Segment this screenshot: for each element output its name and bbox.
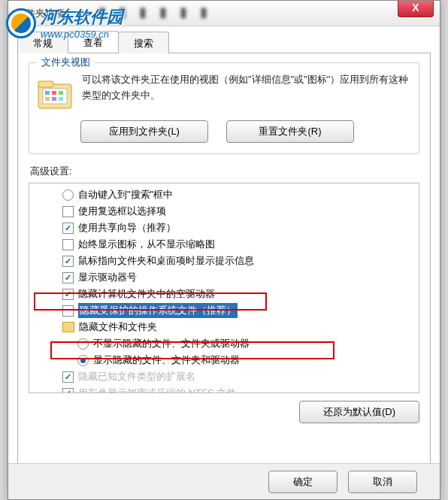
folder-options-dialog: 文件夹选项 ▮ ▮ ▮ ▮ ▮ ▮ X 常规 查看 搜索 文件夹视图 xyxy=(8,0,440,500)
adv-item-12[interactable]: 用彩色显示加密或压缩的 NTFS 文件 xyxy=(31,385,417,393)
cancel-button[interactable]: 取消 xyxy=(348,471,417,493)
apply-to-folders-button[interactable]: 应用到文件夹(L) xyxy=(80,120,208,143)
adv-item-label: 显示隐藏的文件、文件夹和驱动器 xyxy=(93,353,240,368)
view-panel: 文件夹视图 xyxy=(17,53,431,474)
titlebar: 文件夹选项 ▮ ▮ ▮ ▮ ▮ ▮ X xyxy=(8,1,440,26)
close-icon: X xyxy=(412,2,419,14)
folder-view-group: 文件夹视图 xyxy=(29,62,419,154)
checkbox-control[interactable] xyxy=(62,272,74,283)
adv-item-label: 鼠标指向文件夹和桌面项时显示提示信息 xyxy=(78,253,254,268)
adv-item-label: 隐藏受保护的操作系统文件（推荐） xyxy=(78,303,238,318)
folder-view-description: 可以将该文件夹正在使用的视图（例如"详细信息"或"图标"）应用到所有这种类型的文… xyxy=(82,72,411,110)
blurred-background: ▮ ▮ ▮ ▮ ▮ ▮ xyxy=(98,4,354,23)
adv-item-label: 隐藏计算机文件夹中的空驱动器 xyxy=(78,286,215,302)
adv-item-4[interactable]: 鼠标指向文件夹和桌面项时显示提示信息 xyxy=(31,253,417,269)
adv-item-label: 自动键入到"搜索"框中 xyxy=(78,187,173,202)
adv-item-label: 使用共享向导（推荐） xyxy=(78,220,176,235)
svg-rect-5 xyxy=(59,91,63,95)
adv-item-5[interactable]: 显示驱动器号 xyxy=(31,269,417,286)
adv-item-label: 用彩色显示加密或压缩的 NTFS 文件 xyxy=(78,386,236,393)
adv-item-3[interactable]: 始终显示图标，从不显示缩略图 xyxy=(31,236,417,253)
adv-item-11[interactable]: 隐藏已知文件类型的扩展名 xyxy=(31,368,417,385)
adv-item-10[interactable]: 显示隐藏的文件、文件夹和驱动器 xyxy=(31,352,417,368)
adv-item-9[interactable]: 不显示隐藏的文件、文件夹或驱动器 xyxy=(31,335,417,352)
svg-rect-8 xyxy=(59,97,63,101)
reset-folders-button[interactable]: 重置文件夹(R) xyxy=(226,120,354,143)
adv-item-label: 不显示隐藏的文件、文件夹或驱动器 xyxy=(93,336,250,351)
adv-item-7[interactable]: 隐藏受保护的操作系统文件（推荐） xyxy=(31,302,417,319)
tab-view[interactable]: 查看 xyxy=(68,31,119,53)
adv-item-label: 隐藏已知文件类型的扩展名 xyxy=(78,369,195,384)
tab-search[interactable]: 搜索 xyxy=(118,32,169,53)
adv-item-label: 显示驱动器号 xyxy=(78,270,137,285)
checkbox-control[interactable] xyxy=(62,388,74,394)
checkbox-control[interactable] xyxy=(62,256,74,267)
adv-item-2[interactable]: 使用共享向导（推荐） xyxy=(31,220,417,236)
close-button[interactable]: X xyxy=(398,1,434,17)
radio-control[interactable] xyxy=(62,189,74,201)
svg-rect-7 xyxy=(52,97,56,101)
folder-view-group-title: 文件夹视图 xyxy=(37,56,95,69)
radio-control[interactable] xyxy=(77,355,89,366)
adv-item-0[interactable]: 自动键入到"搜索"框中 xyxy=(31,186,417,203)
adv-item-label: 隐藏文件和文件夹 xyxy=(79,320,157,335)
adv-item-6[interactable]: 隐藏计算机文件夹中的空驱动器 xyxy=(31,286,417,302)
adv-item-label: 始终显示图标，从不显示缩略图 xyxy=(78,237,215,252)
adv-item-1[interactable]: 使用复选框以选择项 xyxy=(31,203,417,220)
folder-icon xyxy=(62,322,74,332)
ok-button[interactable]: 确定 xyxy=(268,471,338,493)
checkbox-control[interactable] xyxy=(62,223,74,234)
dialog-footer: 确定 取消 xyxy=(8,463,440,499)
checkbox-control[interactable] xyxy=(62,371,74,383)
svg-rect-1 xyxy=(38,81,53,87)
checkbox-control[interactable] xyxy=(62,206,74,217)
checkbox-control[interactable] xyxy=(62,289,74,300)
restore-defaults-button[interactable]: 还原为默认值(D) xyxy=(299,401,419,423)
svg-rect-3 xyxy=(45,91,50,95)
tab-general[interactable]: 常规 xyxy=(17,32,68,53)
checkbox-control[interactable] xyxy=(62,305,74,317)
folder-view-icon xyxy=(37,77,73,110)
adv-item-8: 隐藏文件和文件夹 xyxy=(31,319,417,335)
tab-strip: 常规 查看 搜索 xyxy=(17,31,431,53)
checkbox-control[interactable] xyxy=(62,239,74,250)
svg-rect-4 xyxy=(52,91,56,95)
svg-rect-6 xyxy=(45,97,50,101)
radio-control[interactable] xyxy=(77,338,89,350)
advanced-settings-list[interactable]: 自动键入到"搜索"框中使用复选框以选择项使用共享向导（推荐）始终显示图标，从不显… xyxy=(29,183,419,393)
advanced-settings-label: 高级设置: xyxy=(30,165,419,178)
adv-item-label: 使用复选框以选择项 xyxy=(78,204,166,219)
